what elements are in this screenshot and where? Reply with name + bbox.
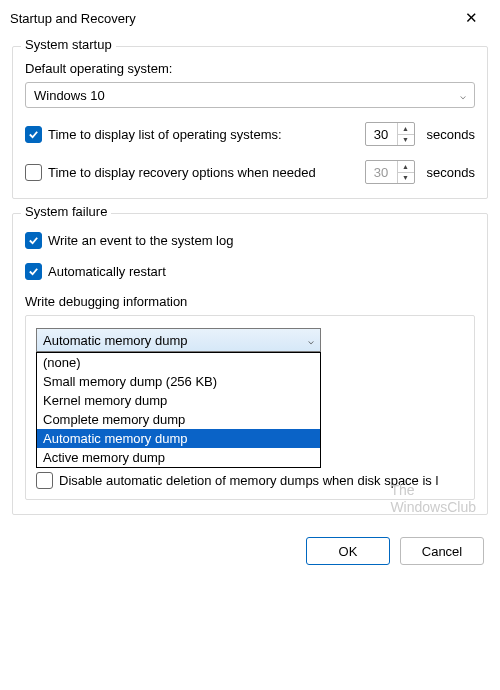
select-debug-dump[interactable]: Automatic memory dump ⌵ [36,328,321,352]
spinner-up-icon[interactable]: ▲ [398,123,414,135]
spinner-time-os-list[interactable]: 30 ▲ ▼ [365,122,415,146]
spinner-up-icon: ▲ [398,161,414,173]
checkbox-write-event[interactable] [25,232,42,249]
dialog-footer: OK Cancel [0,529,500,577]
dropdown-option-automatic[interactable]: Automatic memory dump [37,429,320,448]
checkbox-time-os-list[interactable] [25,126,42,143]
spinner-time-recovery-value: 30 [366,161,398,183]
label-write-debug: Write debugging information [25,294,475,309]
dropdown-option-none[interactable]: (none) [37,353,320,372]
dialog-content: System startup Default operating system:… [0,32,500,515]
spinner-down-icon[interactable]: ▼ [398,135,414,146]
select-default-os-value: Windows 10 [34,88,105,103]
ok-button[interactable]: OK [306,537,390,565]
row-write-event: Write an event to the system log [25,232,475,249]
label-seconds-2: seconds [427,165,475,180]
dropdown-list-debug-dump: (none) Small memory dump (256 KB) Kernel… [36,352,321,468]
checkbox-time-recovery[interactable] [25,164,42,181]
group-system-startup: System startup Default operating system:… [12,46,488,199]
row-time-os-list: Time to display list of operating system… [25,122,475,146]
chevron-down-icon: ⌵ [460,90,466,101]
dropdown-option-active[interactable]: Active memory dump [37,448,320,467]
legend-system-failure: System failure [21,204,111,219]
select-default-os[interactable]: Windows 10 ⌵ [25,82,475,108]
select-debug-dump-value: Automatic memory dump [43,333,188,348]
window-title: Startup and Recovery [10,11,136,26]
spinner-time-os-list-value: 30 [366,123,398,145]
titlebar: Startup and Recovery ✕ [0,0,500,32]
dropdown-option-small[interactable]: Small memory dump (256 KB) [37,372,320,391]
close-icon[interactable]: ✕ [455,7,488,29]
row-disable-auto-delete: Disable automatic deletion of memory dum… [36,472,464,489]
dropdown-option-complete[interactable]: Complete memory dump [37,410,320,429]
label-time-recovery: Time to display recovery options when ne… [48,165,359,180]
label-time-os-list: Time to display list of operating system… [48,127,359,142]
label-seconds-1: seconds [427,127,475,142]
chevron-down-icon: ⌵ [308,335,314,346]
dropdown-option-kernel[interactable]: Kernel memory dump [37,391,320,410]
checkbox-auto-restart[interactable] [25,263,42,280]
debug-info-box: Automatic memory dump ⌵ (none) Small mem… [25,315,475,500]
checkbox-disable-auto-delete[interactable] [36,472,53,489]
legend-system-startup: System startup [21,37,116,52]
row-time-recovery: Time to display recovery options when ne… [25,160,475,184]
row-auto-restart: Automatically restart [25,263,475,280]
cancel-button[interactable]: Cancel [400,537,484,565]
label-write-event: Write an event to the system log [48,233,475,248]
group-system-failure: System failure Write an event to the sys… [12,213,488,515]
label-disable-auto-delete: Disable automatic deletion of memory dum… [59,473,464,488]
spinner-down-icon: ▼ [398,173,414,184]
spinner-time-recovery: 30 ▲ ▼ [365,160,415,184]
label-auto-restart: Automatically restart [48,264,475,279]
label-default-os: Default operating system: [25,61,475,76]
